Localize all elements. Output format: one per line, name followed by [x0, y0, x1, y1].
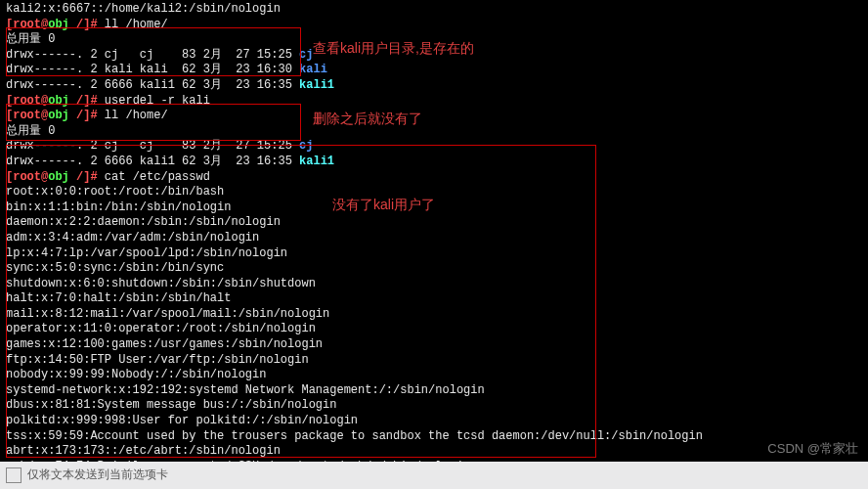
prompt-line-3: [root@obj /]# ll /home/: [6, 109, 862, 124]
anno-text-3: 没有了kali用户了: [332, 196, 435, 213]
passwd-12: nobody:x:99:99:Nobody:/:/sbin/nologin: [6, 368, 862, 383]
passwd-5: sync:x:5:0:sync:/sbin:/bin/sync: [6, 261, 862, 277]
ls2-row-0: drwx------. 2 cj cj 83 2月 27 15:25 cj: [6, 139, 862, 155]
passwd-6: shutdown:x:6:0:shutdown:/sbin:/sbin/shut…: [6, 277, 862, 292]
top-line: kali2:x:6667::/home/kali2:/sbin/nologin: [6, 2, 862, 18]
passwd-7: halt:x:7:0:halt:/sbin:/sbin/halt: [6, 291, 862, 307]
terminal-output[interactable]: kali2:x:6667::/home/kali2:/sbin/nologin …: [0, 0, 868, 489]
ls1-row-2: drwx------. 2 6666 kali1 62 3月 23 16:35 …: [6, 78, 862, 94]
prompt-line-1: [root@obj /]# ll /home/: [6, 18, 862, 33]
status-bar: 仅将文本发送到当前选项卡: [0, 462, 868, 489]
watermark: CSDN @常家壮: [767, 441, 858, 458]
passwd-14: dbus:x:81:81:System message bus:/:/sbin/…: [6, 398, 862, 414]
total-2: 总用量 0: [6, 124, 862, 140]
passwd-8: mail:x:8:12:mail:/var/spool/mail:/sbin/n…: [6, 307, 862, 323]
passwd-11: ftp:x:14:50:FTP User:/var/ftp:/sbin/nolo…: [6, 353, 862, 369]
ls1-row-1: drwx------. 2 kali kali 62 3月 23 16:30 k…: [6, 63, 862, 78]
passwd-15: polkitd:x:999:998:User for polkitd:/:/sb…: [6, 414, 862, 429]
anno-text-2: 删除之后就没有了: [313, 110, 422, 127]
statusbar-text: 仅将文本发送到当前选项卡: [27, 467, 168, 483]
statusbar-icon: [6, 467, 22, 483]
prompt-line-2: [root@obj /]# userdel -r kali: [6, 94, 862, 110]
anno-text-1: 查看kali用户目录,是存在的: [313, 39, 474, 57]
passwd-3: adm:x:3:4:adm:/var/adm:/sbin/nologin: [6, 231, 862, 246]
prompt-line-4: [root@obj /]# cat /etc/passwd: [6, 170, 862, 186]
passwd-17: abrt:x:173:173::/etc/abrt:/sbin/nologin: [6, 444, 862, 460]
passwd-13: systemd-network:x:192:192:systemd Networ…: [6, 383, 862, 399]
passwd-16: tss:x:59:59:Account used by the trousers…: [6, 429, 862, 445]
ls2-row-1: drwx------. 2 6666 kali1 62 3月 23 16:35 …: [6, 155, 862, 170]
passwd-2: daemon:x:2:2:daemon:/sbin:/sbin/nologin: [6, 215, 862, 231]
passwd-9: operator:x:11:0:operator:/root:/sbin/nol…: [6, 322, 862, 337]
passwd-4: lp:x:4:7:lp:/var/spool/lpd:/sbin/nologin: [6, 246, 862, 262]
passwd-10: games:x:12:100:games:/usr/games:/sbin/no…: [6, 337, 862, 353]
